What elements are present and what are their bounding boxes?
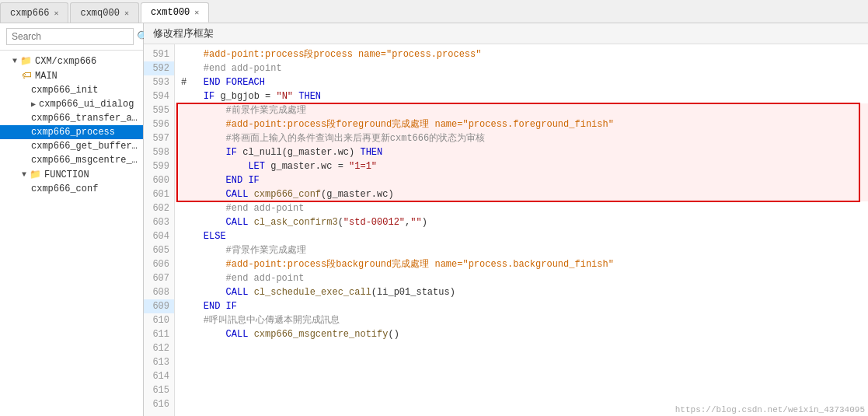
tree-item-ui-dialog[interactable]: ▶ cxmp666_ui_dialog — [0, 97, 143, 111]
tab-cxmt000[interactable]: cxmt000 ✕ — [141, 2, 209, 23]
tree-label-function: FUNCTION — [44, 170, 89, 180]
tab-bar: cxmp666 ✕ cxmq000 ✕ cxmt000 ✕ — [0, 0, 868, 23]
tab-cxmt000-close[interactable]: ✕ — [194, 8, 199, 17]
watermark: https://blog.csdn.net/weixin_43734095 — [675, 405, 865, 414]
tree-item-conf[interactable]: cxmp666_conf — [0, 182, 143, 196]
expand-arrow-root: ▼ — [12, 57, 17, 65]
tab-cxmp666[interactable]: cxmp666 ✕ — [0, 2, 68, 23]
tree-area: ▼ 📁 CXM/cxmp666 🏷 MAIN cxmp666_init ▶ cx… — [0, 51, 143, 416]
tree-label-conf: cxmp666_conf — [31, 184, 98, 194]
expand-arrow-function: ▼ — [22, 170, 26, 179]
tree-label-msgcentre: cxmp666_msgcentre_… — [31, 155, 138, 166]
tree-item-process[interactable]: cxmp666_process — [0, 125, 143, 139]
tab-cxmp666-close[interactable]: ✕ — [54, 9, 58, 18]
expand-arrow-ui-dialog: ▶ — [31, 100, 36, 109]
tab-cxmq000-close[interactable]: ✕ — [124, 9, 129, 18]
tree-label-process: cxmp666_process — [31, 127, 115, 138]
tree-item-main[interactable]: 🏷 MAIN — [0, 68, 143, 83]
tree-item-msgcentre[interactable]: cxmp666_msgcentre_… — [0, 153, 143, 167]
editor-title-bar: 修改程序框架 — [144, 23, 868, 44]
tab-cxmt000-label: cxmt000 — [151, 7, 190, 18]
tree-label-get-buffer: cxmp666_get_buffer… — [31, 141, 138, 152]
tree-label-root: CXM/cxmp666 — [35, 56, 96, 67]
search-box: 🔍 — [0, 23, 143, 51]
tab-cxmq000[interactable]: cxmq000 ✕ — [70, 2, 138, 23]
editor-content: 5915925935945955965975985996006016026036… — [144, 44, 868, 416]
search-input[interactable] — [6, 28, 134, 45]
main-area: 🔍 ▼ 📁 CXM/cxmp666 🏷 MAIN cxmp666_init ▶ … — [0, 23, 868, 416]
tab-cxmp666-label: cxmp666 — [10, 8, 49, 19]
main-icon: 🏷 — [22, 70, 32, 82]
tree-folder-icon-root: 📁 — [20, 55, 32, 67]
tree-label-ui-dialog: cxmp666_ui_dialog — [39, 99, 134, 110]
tree-label-transfer: cxmp666_transfer_a… — [31, 113, 138, 124]
function-folder-icon: 📁 — [30, 169, 41, 180]
code-panel[interactable]: #add-point:process段process name="process… — [175, 44, 868, 416]
editor-title: 修改程序框架 — [153, 27, 214, 39]
sidebar: 🔍 ▼ 📁 CXM/cxmp666 🏷 MAIN cxmp666_init ▶ … — [0, 23, 144, 416]
tree-item-cxm-root[interactable]: ▼ 📁 CXM/cxmp666 — [0, 54, 143, 68]
tree-item-function[interactable]: ▼ 📁 FUNCTION — [0, 167, 143, 182]
tree-item-transfer[interactable]: cxmp666_transfer_a… — [0, 111, 143, 125]
tree-label-init: cxmp666_init — [31, 85, 98, 96]
tree-label-main: MAIN — [35, 71, 58, 82]
line-numbers: 5915925935945955965975985996006016026036… — [144, 44, 175, 416]
editor-area: 修改程序框架 591592593594595596597598599600601… — [144, 23, 868, 416]
tree-item-init[interactable]: cxmp666_init — [0, 83, 143, 97]
tree-item-get-buffer[interactable]: cxmp666_get_buffer… — [0, 139, 143, 153]
tab-cxmq000-label: cxmq000 — [80, 8, 119, 19]
